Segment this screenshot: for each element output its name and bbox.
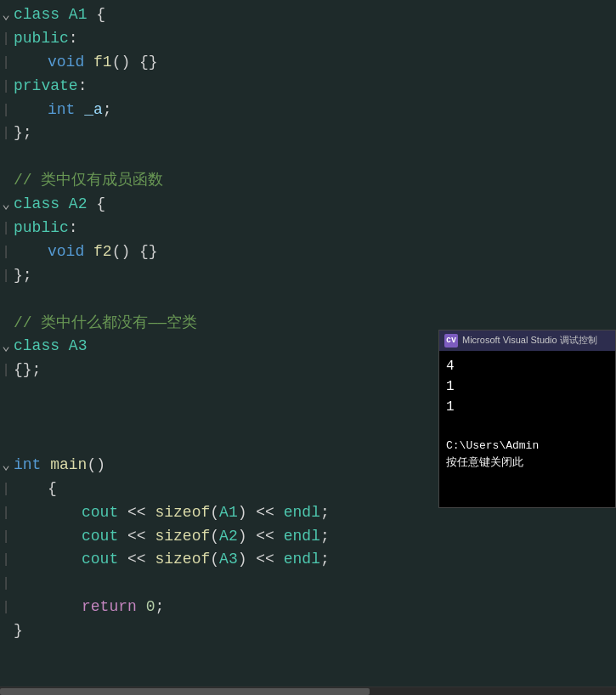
code-line: | return 0; — [0, 596, 616, 619]
horizontal-scrollbar[interactable] — [0, 687, 616, 695]
code-line: | cout << sizeof(A2) << endl; — [0, 525, 616, 549]
console-output-line: 4 — [446, 356, 608, 376]
code-line: // 类中仅有成员函数 — [0, 169, 616, 193]
fold-gutter: | — [0, 574, 10, 595]
code-content: } — [10, 619, 616, 643]
fold-gutter: | — [0, 266, 10, 287]
code-line: | }; — [0, 121, 616, 145]
fold-gutter: | — [0, 218, 10, 240]
code-content: public: — [10, 217, 616, 240]
code-content — [10, 145, 616, 169]
code-content: cout << sizeof(A3) << endl; — [10, 548, 616, 572]
console-path-line: C:\Users\Admin — [446, 438, 608, 455]
code-line: | — [0, 572, 616, 596]
code-line — [0, 145, 616, 169]
code-line: | void f2() {} — [0, 240, 616, 264]
code-line: | }; — [0, 264, 616, 288]
console-output-line — [446, 417, 608, 438]
fold-gutter: | — [0, 597, 10, 619]
code-content: class A2 { — [10, 193, 616, 217]
console-body: 4 1 1 C:\Users\Admin 按任意键关闭此 — [439, 351, 615, 507]
fold-gutter: | — [0, 242, 10, 263]
code-content: int _a; — [10, 99, 616, 122]
code-content — [10, 572, 616, 596]
console-close-hint: 按任意键关闭此 — [446, 455, 608, 472]
vs-icon: cv — [444, 334, 458, 348]
console-title: Microsoft Visual Studio 调试控制 — [462, 333, 597, 348]
fold-gutter: ⌄ — [0, 195, 10, 216]
code-content: }; — [10, 121, 616, 145]
code-line: | int _a; — [0, 99, 616, 122]
code-line: ⌄ class A2 { — [0, 193, 616, 217]
fold-gutter: ⌄ — [0, 336, 10, 358]
code-content: cout << sizeof(A2) << endl; — [10, 525, 616, 549]
code-content: void f2() {} — [10, 240, 616, 264]
code-content: // 类中仅有成员函数 — [10, 169, 616, 193]
code-line: | public: — [0, 217, 616, 240]
fold-gutter: | — [0, 503, 10, 524]
code-line: | cout << sizeof(A3) << endl; — [0, 548, 616, 572]
code-line: | void f1() {} — [0, 51, 616, 75]
console-window: cv Microsoft Visual Studio 调试控制 4 1 1 C:… — [438, 330, 616, 508]
code-content: private: — [10, 75, 616, 99]
code-content: return 0; — [10, 596, 616, 619]
code-line: | private: — [0, 75, 616, 99]
code-line: | public: — [0, 27, 616, 51]
console-output-line: 1 — [446, 397, 608, 417]
fold-gutter: | — [0, 100, 10, 121]
fold-gutter: | — [0, 479, 10, 500]
fold-gutter: | — [0, 527, 10, 548]
code-content: class A1 { — [10, 3, 616, 27]
code-line — [0, 288, 616, 312]
console-output-line: 1 — [446, 376, 608, 397]
fold-gutter: | — [0, 360, 10, 381]
fold-gutter: | — [0, 76, 10, 98]
code-line: } — [0, 619, 616, 643]
fold-gutter: | — [0, 53, 10, 74]
code-content: public: — [10, 27, 616, 51]
fold-gutter: | — [0, 29, 10, 50]
code-content: void f1() {} — [10, 51, 616, 75]
console-titlebar: cv Microsoft Visual Studio 调试控制 — [439, 331, 615, 351]
vs-icon-label: cv — [446, 334, 456, 348]
fold-gutter: ⌄ — [0, 455, 10, 477]
fold-gutter: | — [0, 550, 10, 571]
code-content: }; — [10, 264, 616, 288]
fold-gutter: | — [0, 123, 10, 144]
code-editor: ⌄ class A1 { | public: | void f1() {} | … — [0, 0, 616, 695]
scrollbar-thumb[interactable] — [0, 688, 370, 695]
code-line: ⌄ class A1 { — [0, 3, 616, 27]
fold-gutter: ⌄ — [0, 5, 10, 26]
code-content — [10, 288, 616, 312]
